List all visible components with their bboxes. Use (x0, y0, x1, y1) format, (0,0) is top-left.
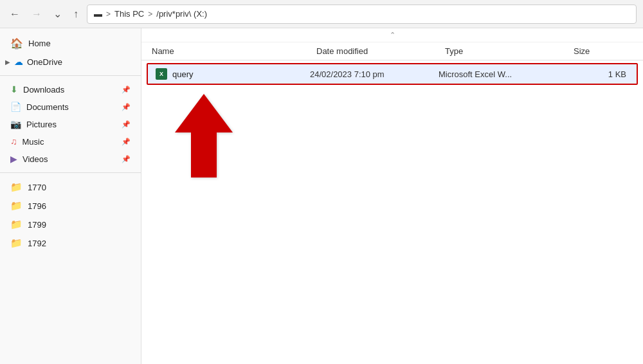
main-layout: 🏠 Home ▶ ☁ OneDrive ⬇ Downloads 📌 📄 Docu… (0, 28, 643, 364)
path-this-pc: This PC (114, 9, 144, 19)
folder-icon-1796: 📁 (10, 200, 23, 212)
sidebar-item-folder-1770[interactable]: 📁 1770 (3, 178, 138, 196)
sidebar-item-folder-1792[interactable]: 📁 1792 (3, 234, 138, 252)
sidebar-item-folder-1799[interactable]: 📁 1799 (3, 215, 138, 233)
home-icon: 🏠 (10, 37, 23, 50)
path-icon: ▬ (94, 9, 102, 19)
folder-icon-1770: 📁 (10, 181, 23, 193)
file-date-cell: 24/02/2023 7:10 pm (307, 69, 436, 79)
sidebar-folder-1799-label: 1799 (28, 220, 131, 230)
folder-icon-1792: 📁 (10, 237, 23, 249)
file-name-cell: X query (156, 68, 307, 80)
sidebar-item-home[interactable]: 🏠 Home (3, 34, 138, 53)
sidebar-folder-1770-label: 1770 (28, 183, 131, 192)
pin-icon-5: 📌 (122, 155, 131, 163)
pin-icon-4: 📌 (122, 138, 131, 146)
sidebar-item-videos[interactable]: ▶ Videos 📌 (3, 150, 138, 167)
path-separator2: > (148, 10, 152, 19)
address-bar: ← → ⌄ ↑ ▬ > This PC > /priv*priv\ (X:) (0, 0, 643, 28)
downloads-icon: ⬇ (10, 84, 18, 95)
sidebar-divider (0, 75, 141, 76)
onedrive-icon: ☁ (14, 57, 23, 67)
sidebar-documents-label: Documents (26, 102, 116, 112)
sidebar-onedrive-label: OneDrive (27, 57, 62, 67)
pin-icon-3: 📌 (122, 120, 131, 129)
column-header-size[interactable]: Size (571, 46, 635, 56)
sidebar-item-downloads[interactable]: ⬇ Downloads 📌 (3, 81, 138, 98)
music-icon: ♫ (10, 136, 17, 147)
column-header-name[interactable]: Name (149, 46, 314, 56)
forward-button[interactable]: → (28, 7, 45, 21)
column-header-type[interactable]: Type (442, 46, 571, 56)
file-size-cell: 1 KB (565, 69, 629, 79)
pictures-icon: 📷 (10, 119, 21, 129)
back-button[interactable]: ← (6, 7, 23, 21)
pin-icon: 📌 (122, 86, 131, 94)
sort-icon: ⌃ (390, 31, 395, 39)
sidebar-item-folder-1796[interactable]: 📁 1796 (3, 197, 138, 215)
folder-icon-1799: 📁 (10, 219, 23, 230)
sidebar-folder-1792-label: 1792 (28, 239, 131, 248)
documents-icon: 📄 (10, 102, 21, 112)
content-area: ⌃ Name Date modified Type Size X query 2… (141, 28, 643, 364)
excel-icon: X (156, 68, 167, 80)
pin-icon-2: 📌 (122, 103, 131, 111)
column-header-date[interactable]: Date modified (314, 46, 442, 56)
sidebar-pictures-label: Pictures (26, 120, 116, 129)
sidebar-folder-1796-label: 1796 (28, 201, 131, 211)
sidebar-divider-2 (0, 172, 141, 173)
sidebar: 🏠 Home ▶ ☁ OneDrive ⬇ Downloads 📌 📄 Docu… (0, 28, 141, 364)
sidebar-item-onedrive[interactable]: ▶ ☁ OneDrive (0, 53, 141, 70)
up-button[interactable]: ↑ (70, 7, 82, 21)
sidebar-item-pictures[interactable]: 📷 Pictures 📌 (3, 116, 138, 132)
recent-locations-button[interactable]: ⌄ (50, 6, 65, 21)
table-row[interactable]: X query 24/02/2023 7:10 pm Microsoft Exc… (147, 63, 638, 85)
annotation-area (141, 87, 643, 364)
sidebar-downloads-label: Downloads (23, 85, 116, 95)
file-name-label: query (172, 69, 194, 79)
svg-marker-0 (175, 94, 233, 177)
expand-icon: ▶ (5, 59, 10, 66)
table-header: Name Date modified Type Size (141, 42, 643, 60)
path-drive: /priv*priv\ (X:) (156, 9, 207, 19)
sort-bar[interactable]: ⌃ (141, 28, 643, 42)
address-path[interactable]: ▬ > This PC > /priv*priv\ (X:) (87, 5, 637, 24)
videos-icon: ▶ (10, 154, 17, 164)
sidebar-home-label: Home (28, 39, 131, 48)
path-separator: > (106, 10, 111, 19)
sidebar-videos-label: Videos (23, 154, 116, 164)
sidebar-item-music[interactable]: ♫ Music 📌 (3, 133, 138, 150)
red-arrow-annotation (175, 94, 233, 179)
sidebar-item-documents[interactable]: 📄 Documents 📌 (3, 98, 138, 115)
sidebar-music-label: Music (23, 137, 117, 147)
file-type-cell: Microsoft Excel W... (436, 69, 565, 79)
